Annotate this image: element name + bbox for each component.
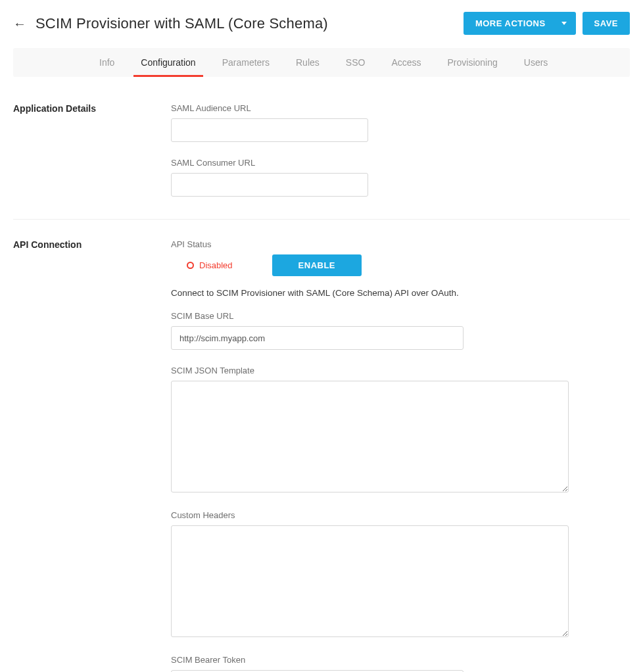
saml-audience-url-input[interactable] <box>171 118 368 142</box>
page-header: ← SCIM Provisioner with SAML (Core Schem… <box>13 12 630 35</box>
section-application-details: Application Details SAML Audience URL SA… <box>13 103 630 220</box>
scim-json-template-label: SCIM JSON Template <box>171 366 630 375</box>
saml-consumer-url-input[interactable] <box>171 173 368 197</box>
custom-headers-label: Custom Headers <box>171 510 630 520</box>
custom-headers-textarea[interactable] <box>171 525 569 637</box>
enable-button[interactable]: ENABLE <box>272 254 362 276</box>
more-actions-button[interactable]: MORE ACTIONS <box>464 12 576 35</box>
section-title-api-connection: API Connection <box>13 239 171 250</box>
api-help-text: Connect to SCIM Provisioner with SAML (C… <box>171 288 630 298</box>
saml-audience-url-label: SAML Audience URL <box>171 103 630 113</box>
scim-json-template-textarea[interactable] <box>171 381 569 492</box>
saml-consumer-url-label: SAML Consumer URL <box>171 158 630 168</box>
scim-base-url-input[interactable] <box>171 326 464 350</box>
section-api-connection: API Connection API Status Disabled ENABL… <box>13 239 630 672</box>
api-status-label: API Status <box>171 239 630 249</box>
api-status-badge: Disabled <box>171 260 233 270</box>
tab-info[interactable]: Info <box>87 48 127 77</box>
api-status-text: Disabled <box>199 260 233 270</box>
tab-configuration[interactable]: Configuration <box>128 48 208 77</box>
tab-access[interactable]: Access <box>379 48 433 77</box>
tab-provisioning[interactable]: Provisioning <box>435 48 510 77</box>
tab-parameters[interactable]: Parameters <box>210 48 282 77</box>
scim-base-url-label: SCIM Base URL <box>171 311 630 321</box>
page-title: SCIM Provisioner with SAML (Core Schema) <box>36 15 328 32</box>
tab-rules[interactable]: Rules <box>283 48 332 77</box>
tab-users[interactable]: Users <box>512 48 561 77</box>
tab-sso[interactable]: SSO <box>333 48 378 77</box>
caret-down-icon <box>561 22 567 25</box>
tab-bar: Info Configuration Parameters Rules SSO … <box>13 48 630 77</box>
more-actions-label: MORE ACTIONS <box>475 18 546 28</box>
back-arrow-icon[interactable]: ← <box>13 17 26 30</box>
disabled-circle-icon <box>187 262 194 269</box>
section-title-app-details: Application Details <box>13 103 171 114</box>
save-button[interactable]: SAVE <box>583 12 630 35</box>
scim-bearer-token-label: SCIM Bearer Token <box>171 655 630 665</box>
